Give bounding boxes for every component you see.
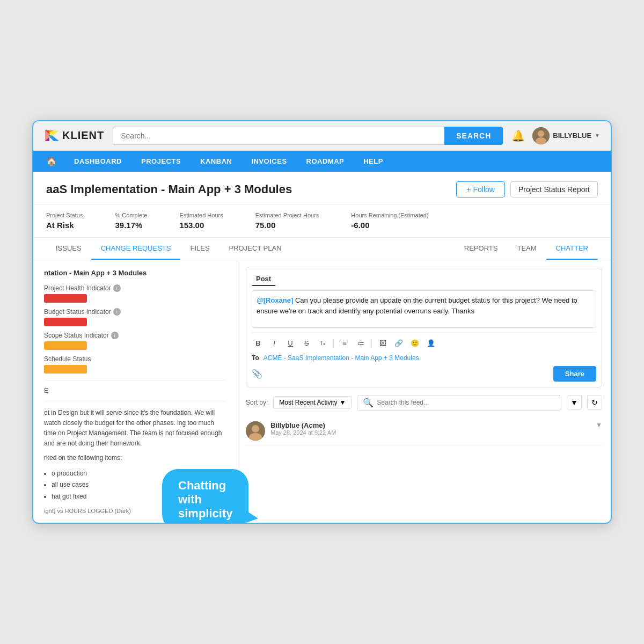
indicator-bar-scope-status	[44, 341, 87, 350]
nav-item-invoices[interactable]: INVOICES	[241, 151, 296, 172]
tab-files[interactable]: FILES	[180, 238, 219, 260]
post-bottom-row: 📎 Share	[252, 366, 596, 382]
stat-estimated-project-hours: Estimated Project Hours 75.00	[255, 212, 319, 230]
stats-row: Project Status At Risk % Complete 39.17%…	[33, 204, 611, 238]
chart-label: ight) vs HOURS LOGGED (Dark)	[44, 508, 226, 514]
fmt-mention[interactable]: 👤	[425, 337, 437, 350]
chevron-down-icon: ▼	[595, 133, 600, 138]
post-textarea-display: @[Roxane] Can you please provide an upda…	[252, 290, 596, 328]
tab-change-requests[interactable]: CHANGE REQUESTS	[91, 238, 181, 260]
stat-complete: % Complete 39.17%	[115, 212, 147, 230]
info-icon-budget-status: i	[113, 308, 121, 316]
tab-reports[interactable]: REPORTS	[455, 238, 508, 260]
klient-logo-icon	[44, 128, 59, 143]
notifications-icon[interactable]: 🔔	[511, 129, 525, 142]
fmt-subscript[interactable]: T₂	[316, 337, 329, 350]
logo-text: KLIENT	[62, 129, 104, 142]
follow-button[interactable]: + Follow	[456, 181, 505, 197]
fmt-strikethrough[interactable]: S	[300, 337, 313, 350]
fmt-image[interactable]: 🖼	[376, 337, 389, 350]
project-status-report-button[interactable]: Project Status Report	[510, 181, 598, 197]
post-tab-button[interactable]: Post	[252, 273, 275, 286]
nav-item-roadmap[interactable]: ROADMAP	[297, 151, 354, 172]
main-layout-wrapper: ntation - Main App + 3 Modules Project H…	[33, 260, 611, 523]
stat-project-status: Project Status At Risk	[46, 212, 83, 230]
search-feed-icon: 🔍	[363, 398, 374, 408]
activity-content: Billyblue (Acme) ▼ May 28, 2024 at 9:22 …	[270, 421, 602, 436]
to-row: To ACME - SaaS Implementation - Main App…	[252, 354, 596, 362]
search-area: SEARCH	[113, 127, 503, 145]
indicator-label-schedule-status: Schedule Status	[44, 355, 226, 363]
share-button[interactable]: Share	[553, 366, 596, 382]
svg-marker-5	[49, 136, 59, 141]
tab-issues[interactable]: ISSUES	[46, 238, 91, 260]
list-item: all use cases	[52, 479, 226, 491]
fmt-separator-1	[333, 339, 334, 348]
feed-search-input[interactable]	[377, 399, 555, 406]
activity-time: May 28, 2024 at 9:22 AM	[270, 429, 602, 436]
sort-chevron-icon: ▼	[339, 399, 346, 406]
top-bar: KLIENT SEARCH 🔔 BILLYBLUE ▼	[33, 121, 611, 151]
main-layout: ntation - Main App + 3 Modules Project H…	[33, 260, 611, 523]
attachment-icon[interactable]: 📎	[252, 369, 262, 379]
stat-label-estimated-hours: Estimated Hours	[179, 212, 223, 218]
fmt-separator-2	[371, 339, 372, 348]
tab-project-plan[interactable]: PROJECT PLAN	[219, 238, 291, 260]
user-avatar-area[interactable]: BILLYBLUE ▼	[532, 127, 600, 144]
user-name-label: BILLYBLUE	[553, 131, 591, 140]
tabs-row: ISSUES CHANGE REQUESTS FILES PROJECT PLA…	[33, 238, 611, 260]
stat-value-estimated-hours: 153.00	[179, 221, 223, 230]
stat-value-project-status: At Risk	[46, 221, 83, 230]
nav-item-projects[interactable]: PROJECTS	[131, 151, 191, 172]
fmt-underline[interactable]: U	[284, 337, 297, 350]
indicator-label-budget-status: Budget Status Indicator i	[44, 308, 226, 316]
project-subtitle: ntation - Main App + 3 Modules	[44, 269, 226, 277]
fmt-italic[interactable]: I	[268, 337, 281, 350]
activity-expand-icon[interactable]: ▼	[596, 421, 602, 429]
divider-2	[44, 401, 226, 401]
activity-item: Billyblue (Acme) ▼ May 28, 2024 at 9:22 …	[246, 417, 602, 445]
search-button[interactable]: SEARCH	[444, 127, 503, 145]
stat-value-complete: 39.17%	[115, 221, 147, 230]
tab-chatter[interactable]: CHATTER	[546, 238, 598, 260]
feed-search-area: 🔍	[357, 395, 561, 411]
stat-label-complete: % Complete	[115, 212, 147, 218]
fmt-bold[interactable]: B	[252, 337, 265, 350]
sort-value: Most Recent Activity	[279, 399, 337, 406]
status-section-label: E	[44, 387, 226, 394]
nav-bar: 🏠 DASHBOARD PROJECTS KANBAN INVOICES ROA…	[33, 151, 611, 172]
fmt-list[interactable]: ≔	[354, 337, 367, 350]
fmt-align[interactable]: ≡	[338, 337, 351, 350]
fmt-emoji[interactable]: 🙂	[408, 337, 421, 350]
info-icon-scope-status: i	[111, 332, 119, 339]
nav-item-kanban[interactable]: KANBAN	[191, 151, 241, 172]
avatar	[532, 127, 550, 144]
top-right-actions: 🔔 BILLYBLUE ▼	[511, 127, 600, 144]
stat-value-estimated-project-hours: 75.00	[255, 221, 319, 230]
nav-item-help[interactable]: HELP	[354, 151, 393, 172]
stat-label-project-status: Project Status	[46, 212, 83, 218]
desc-text-1: et in Design but it will serve since it'…	[44, 408, 226, 449]
nav-home-icon[interactable]: 🏠	[39, 151, 64, 172]
activity-header: Billyblue (Acme) ▼	[270, 421, 602, 429]
worked-label: rked on the following items:	[44, 453, 226, 463]
refresh-button[interactable]: ↻	[587, 395, 602, 410]
to-label: To	[252, 354, 259, 362]
header-actions: + Follow Project Status Report	[456, 181, 598, 197]
sort-label: Sort by:	[246, 399, 268, 406]
post-text-content: Can you please provide an update on the …	[257, 296, 577, 316]
list-item: o production	[52, 468, 226, 480]
fmt-link[interactable]: 🔗	[392, 337, 405, 350]
left-panel: ntation - Main App + 3 Modules Project H…	[33, 260, 237, 523]
sort-select[interactable]: Most Recent Activity ▼	[273, 396, 352, 409]
nav-item-dashboard[interactable]: DASHBOARD	[64, 151, 131, 172]
stat-label-estimated-project-hours: Estimated Project Hours	[255, 212, 319, 218]
formatting-bar: B I U S T₂ ≡ ≔ 🖼 🔗 🙂 👤	[252, 332, 596, 350]
filter-button[interactable]: ▼	[567, 395, 582, 410]
list-item: hat got fixed	[52, 491, 226, 503]
tab-team[interactable]: TEAM	[507, 238, 546, 260]
stat-value-hours-remaining: -6.00	[351, 221, 428, 230]
search-input[interactable]	[113, 127, 444, 145]
indicator-bar-budget-status	[44, 318, 87, 326]
page-title: aaS Implementation - Main App + 3 Module…	[46, 182, 292, 196]
